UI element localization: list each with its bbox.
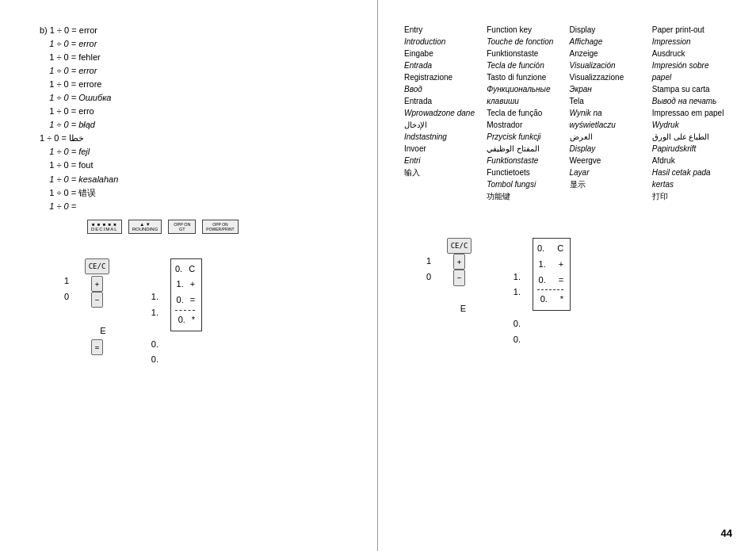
calc-display-col: 1. 1. 0. 0. [119,258,162,369]
display-row-11: 显示 [570,178,647,190]
minus-key[interactable]: − [91,292,103,308]
paper-output-box: 0.C 1.+ 0.= 0.* [170,258,202,331]
power-print-icon-box: OPP ONPOWER/PRINT [202,220,238,234]
entry-row-4: Ввод [404,83,482,95]
paper-row-2: Impresión sobre papel [652,59,730,83]
right-paper-row-1: 0.C [537,241,563,257]
paper-row-4: 0.* [175,312,195,328]
right-paper-row-3: 0.= [537,273,563,289]
page-number: 44 [721,527,732,539]
rounding-icon-box: ▲ ▼ROUNDING [128,220,162,234]
calc-demo-section: 1 0 CE/C + − E = 1. 1. [40,258,353,369]
opp-gt-icon-box: OPP ONGT [168,220,196,234]
error-line-4: 1 ÷ 0 = errore [40,78,353,91]
power-print-icon: OPP ONPOWER/PRINT [202,220,238,235]
right-cec-key[interactable]: CE/C [447,238,472,254]
right-paper-output: 0.C 1.+ 0.= 0.* [533,238,571,311]
decimal-icon: ■ ■ ■ ■ ■DECIMAL [87,220,122,235]
calc-paper-col: 0.C 1.+ 0.= 0.* [170,258,202,331]
function-row-10: Tombol fungsi [487,178,564,190]
paper-row-3: Stampa su carta [652,83,730,95]
entry-row-3: Registrazione [404,71,482,83]
error-line-2: 1 ÷ 0 = fehler [40,51,353,64]
display-row-10: Layar [570,166,647,178]
entry-row-0: Introduction [404,36,482,48]
display-row-7: العرض [570,131,647,143]
paper-row-1: Ausdruck [652,48,730,59]
calc-keys-col: CE/C + − E = [75,258,119,355]
paper-row-7: الطباع على الورق [652,131,730,143]
error-line-1: 1 ÷ 0 = error [40,37,353,51]
display-row-6: Wynik na wyświetlaczu [570,107,647,131]
col-entry: Entry Introduction Eingabe Entrada Regis… [402,24,484,202]
entry-row-10: Entri [404,155,482,166]
entry-row-8: Indstastning [404,131,482,143]
entry-row-11: 输入 [404,166,482,178]
error-line-8: خطا = 0 ÷ 1 [40,132,353,145]
function-row-6: Przycisk funkcji [487,131,564,143]
function-row-7: المفتاح الوظيفي [487,143,564,155]
right-calc-keys: CE/C + − E [437,238,481,333]
display-row-9: Weergve [570,155,647,166]
right-minus-key[interactable]: − [453,270,465,285]
function-row-1: Funktionstaste [487,48,564,59]
display-row-5: Tela [570,95,647,107]
icons-row: ■ ■ ■ ■ ■DECIMAL ▲ ▼ROUNDING OPP ONGT OP… [87,220,353,235]
right-calc-display: 1. 1. 0. 0. [481,238,525,348]
plus-key[interactable]: + [91,276,103,292]
function-row-8: Funktionstaste [487,155,564,166]
error-title: b) 1 ÷ 0 = error [40,24,353,37]
paper-row-1: 0.C [175,262,195,277]
display-header: Display [570,24,647,36]
right-plus-key[interactable]: + [453,254,465,270]
entry-row-7: الإدخال [404,119,482,131]
function-row-3: Tasto di funzione [487,71,564,83]
right-paper-dashed [537,289,563,290]
display-row-1: Anzeige [570,48,647,59]
rounding-icon: ▲ ▼ROUNDING [128,220,162,235]
function-row-0: Touche de fonction [487,36,564,48]
function-row-4: Функциональные клавиши [487,83,564,107]
paper-row-10: Hasil cetak pada kertas [652,166,730,190]
error-line-6: 1 ÷ 0 = erro [40,105,353,118]
function-row-5: Tecla de função Mostrador [487,107,564,131]
entry-row-1: Eingabe [404,48,482,59]
error-line-9: 1 ÷ 0 = fejl [40,145,353,159]
display-row-4: Экран [570,83,647,95]
left-column: b) 1 ÷ 0 = error 1 ÷ 0 = error 1 ÷ 0 = f… [0,0,378,551]
right-calc-numbers: 1 0 [402,238,437,332]
display-row-3: Visualizzazione [570,71,647,83]
entry-row-5: Entrada [404,95,482,107]
ce-c-key[interactable]: CE/C [85,258,110,274]
error-line-5: 1 ÷ 0 = Ошибка [40,91,353,105]
right-paper-box: 0.C 1.+ 0.= 0.* [533,238,571,311]
right-column: Entry Introduction Eingabe Entrada Regis… [378,0,756,551]
multilang-table: Entry Introduction Eingabe Entrada Regis… [402,24,732,202]
error-line-10: 1 ÷ 0 = fout [40,159,353,172]
paper-row-3: 0.= [175,293,195,308]
right-paper-row-4: 0.* [537,292,563,308]
error-line-3: 1 ÷ 0 = error [40,64,353,78]
decimal-icon-box: ■ ■ ■ ■ ■DECIMAL [87,220,122,234]
paper-row-0: Impression [652,36,730,48]
function-row-11: 功能键 [487,190,564,202]
function-row-9: Functietoets [487,166,564,178]
opp-gt-icon: OPP ONGT [168,220,196,235]
function-header: Function key [487,24,564,36]
col-paper: Paper print-out Impression Ausdruck Impr… [650,24,732,202]
display-row-2: Visualización [570,59,647,71]
paper-header: Paper print-out [652,24,730,36]
error-line-12: 1 ÷ 0 = 错误 [40,186,353,200]
paper-row-5: Impressao em papel [652,107,730,119]
paper-row-4: Вывод на печать [652,95,730,107]
right-paper-row-2: 1.+ [537,257,563,273]
error-line-7: 1 ÷ 0 = błąd [40,118,353,132]
paper-row-6: Wydruk [652,119,730,131]
entry-header: Entry [404,24,482,36]
function-row-2: Tecla de función [487,59,564,71]
paper-row-2: 1.+ [175,277,195,293]
equals-key[interactable]: = [91,339,103,355]
page: b) 1 ÷ 0 = error 1 ÷ 0 = error 1 ÷ 0 = f… [0,0,756,551]
col-display: Display Affichage Anzeige Visualización … [567,24,650,202]
right-calc-demo: 1 0 CE/C + − E 1. 1. [402,238,732,348]
